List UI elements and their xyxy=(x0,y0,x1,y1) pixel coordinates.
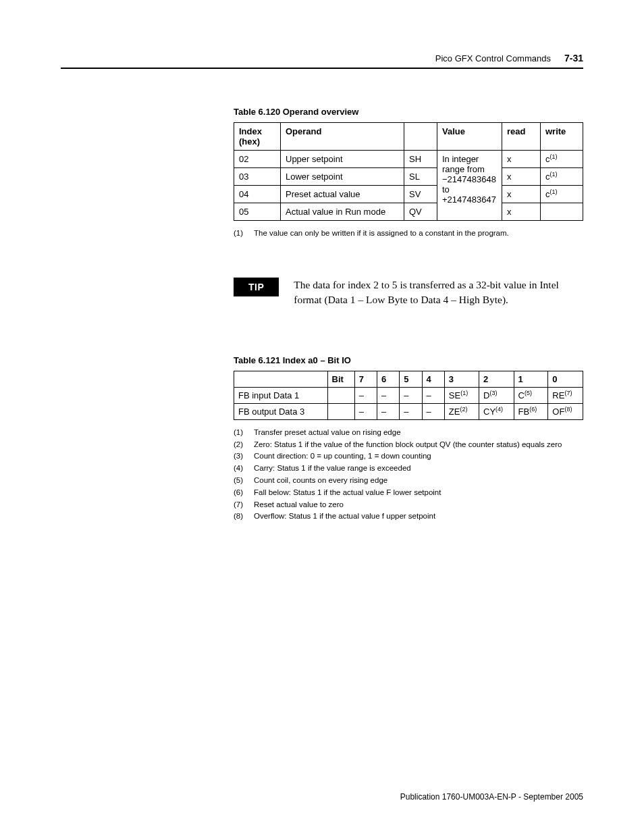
cell-sup: (2) xyxy=(460,405,467,412)
value-line-3: +2147483647 xyxy=(442,194,496,205)
footnote-num: (3) xyxy=(234,450,247,463)
footnote-num: (4) xyxy=(234,463,247,475)
write-sup: (1) xyxy=(550,188,558,195)
cell-sup: (3) xyxy=(489,389,497,396)
footnote: (8)Overflow: Status 1 if the actual valu… xyxy=(234,511,583,523)
cell-read: x xyxy=(502,168,541,186)
cell-b0: OF(8) xyxy=(548,403,583,419)
col-write: write xyxy=(541,123,583,151)
value-line-1: In integer range from xyxy=(442,154,485,174)
table-row: 04 Preset actual value SV x c(1) xyxy=(234,186,583,203)
footnote-num: (7) xyxy=(234,499,247,511)
footnote: (6)Fall below: Status 1 if the actual va… xyxy=(234,487,583,499)
col-blank xyxy=(234,371,328,387)
cell-base: C xyxy=(518,390,525,400)
cell-write: c(1) xyxy=(541,168,583,186)
cell-read: x xyxy=(502,203,541,221)
cell-index: 04 xyxy=(234,186,281,203)
cell-b2: CY(4) xyxy=(479,403,514,419)
write-sup: (1) xyxy=(550,153,558,160)
footnote-num: (1) xyxy=(234,228,247,240)
footnote-text: Transfer preset actual value on rising e… xyxy=(254,427,401,439)
footnote: (3)Count direction: 0 = up counting, 1 =… xyxy=(234,450,583,463)
cell-sup: (8) xyxy=(564,405,572,412)
cell-b3: SE(1) xyxy=(444,387,479,403)
footnote: (1)Transfer preset actual value on risin… xyxy=(234,427,583,439)
table-row: 03 Lower setpoint SL x c(1) xyxy=(234,168,583,186)
cell-symbol: QV xyxy=(404,203,437,221)
footnote: (1) The value can only be written if it … xyxy=(234,228,583,240)
table-row: FB input Data 1 – – – – SE(1) D(3) C(5) … xyxy=(234,387,583,403)
cell-b1: FB(6) xyxy=(514,403,548,419)
cell-bit xyxy=(327,403,354,419)
cell-symbol: SL xyxy=(404,168,437,186)
cell-b7: – xyxy=(354,403,377,419)
cell-base: CY xyxy=(483,407,495,417)
tip-block: TIP The data for index 2 to 5 is transfe… xyxy=(234,278,583,308)
col-b5: 5 xyxy=(400,371,422,387)
cell-b5: – xyxy=(400,403,422,419)
footnote-num: (8) xyxy=(234,511,247,523)
cell-write: c(1) xyxy=(541,151,583,168)
col-index: Index (hex) xyxy=(234,123,281,151)
footnote-text: Carry: Status 1 if the value range is ex… xyxy=(254,463,411,475)
footnote-text: Count direction: 0 = up counting, 1 = do… xyxy=(254,450,431,463)
cell-label: FB input Data 1 xyxy=(234,387,328,403)
table-header-row: Bit 7 6 5 4 3 2 1 0 xyxy=(234,371,583,387)
cell-operand: Lower setpoint xyxy=(281,168,404,186)
cell-symbol: SH xyxy=(404,151,437,168)
cell-sup: (1) xyxy=(460,389,468,396)
table-row: 05 Actual value in Run mode QV x xyxy=(234,203,583,221)
cell-b3: ZE(2) xyxy=(444,403,479,419)
cell-b4: – xyxy=(422,387,444,403)
tip-text: The data for index 2 to 5 is transferred… xyxy=(294,278,583,308)
publication-footer: Publication 1760-UM003A-EN-P - September… xyxy=(400,792,583,802)
col-read: read xyxy=(502,123,541,151)
cell-sup: (6) xyxy=(529,405,537,412)
table1-footnotes: (1) The value can only be written if it … xyxy=(234,228,583,240)
cell-bit xyxy=(327,387,354,403)
footnote: (5)Count coil, counts on every rising ed… xyxy=(234,475,583,487)
cell-index: 05 xyxy=(234,203,281,221)
footnote: (2)Zero: Status 1 if the value of the fu… xyxy=(234,439,583,451)
page: Pico GFX Control Commands 7-31 Table 6.1… xyxy=(0,0,644,834)
footnote-text: Reset actual value to zero xyxy=(254,499,344,511)
col-operand: Operand xyxy=(281,123,404,151)
cell-b6: – xyxy=(377,387,400,403)
cell-b7: – xyxy=(354,387,377,403)
cell-write xyxy=(541,203,583,221)
cell-index: 02 xyxy=(234,151,281,168)
cell-b6: – xyxy=(377,403,400,419)
cell-value-merged: In integer range from −2147483648 to +21… xyxy=(437,151,502,221)
write-sup: (1) xyxy=(550,171,558,178)
col-b1: 1 xyxy=(514,371,548,387)
footnote-text: Fall below: Status 1 if the actual value… xyxy=(254,487,441,499)
page-header: Pico GFX Control Commands 7-31 xyxy=(61,53,583,69)
col-b7: 7 xyxy=(354,371,377,387)
header-title: Pico GFX Control Commands xyxy=(435,53,551,63)
table-row: 02 Upper setpoint SH In integer range fr… xyxy=(234,151,583,168)
table-header-row: Index (hex) Operand Value read write xyxy=(234,123,583,151)
footnote-text: Zero: Status 1 if the value of the funct… xyxy=(254,439,562,451)
col-b0: 0 xyxy=(548,371,583,387)
cell-b0: RE(7) xyxy=(548,387,583,403)
cell-base: D xyxy=(483,390,489,400)
operand-overview-table: Index (hex) Operand Value read write 02 … xyxy=(234,122,583,221)
bit-io-table: Bit 7 6 5 4 3 2 1 0 FB input Data 1 – – … xyxy=(234,371,583,420)
col-b3: 3 xyxy=(444,371,479,387)
col-b4: 4 xyxy=(422,371,444,387)
cell-sup: (4) xyxy=(495,405,503,412)
cell-b4: – xyxy=(422,403,444,419)
cell-operand: Preset actual value xyxy=(281,186,404,203)
footnote-text: Count coil, counts on every rising edge xyxy=(254,475,387,487)
cell-base: FB xyxy=(518,407,530,417)
content-area: Table 6.120 Operand overview Index (hex)… xyxy=(61,69,583,523)
cell-sup: (7) xyxy=(564,389,572,396)
cell-read: x xyxy=(502,151,541,168)
table2-footnotes: (1)Transfer preset actual value on risin… xyxy=(234,427,583,523)
footnote: (7)Reset actual value to zero xyxy=(234,499,583,511)
cell-base: OF xyxy=(552,407,564,417)
col-b2: 2 xyxy=(479,371,514,387)
cell-b2: D(3) xyxy=(479,387,514,403)
footnote-num: (1) xyxy=(234,427,247,439)
